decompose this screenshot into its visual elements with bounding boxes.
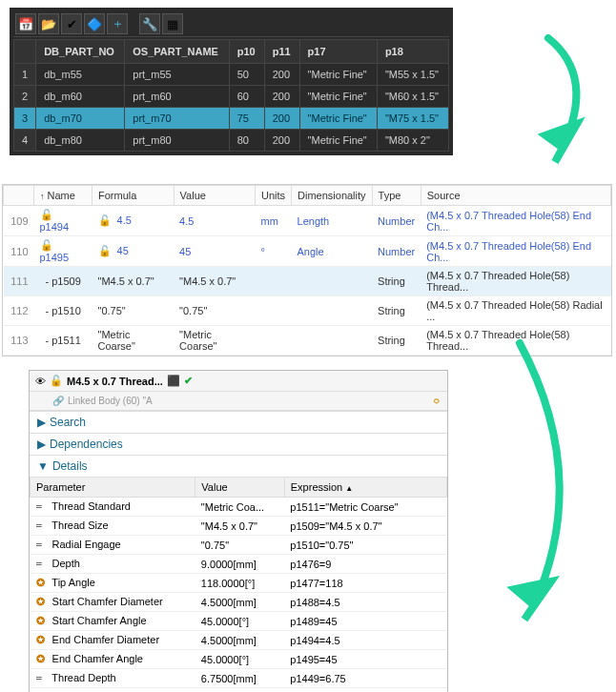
detail-value: 45.0000[°]: [195, 612, 284, 631]
cell[interactable]: "M80 x 2": [377, 130, 448, 152]
col-Units[interactable]: Units: [255, 186, 291, 206]
col-DB_PART_NO[interactable]: DB_PART_NO: [36, 40, 125, 64]
cell[interactable]: 200: [264, 64, 299, 86]
param-formula[interactable]: "Metric Coarse": [92, 326, 175, 356]
param-name[interactable]: 🔓p1494: [34, 206, 92, 236]
detail-row[interactable]: ✪ End Chamfer Angle 45.0000[°] p1495=45: [31, 650, 447, 669]
cell[interactable]: "Metric Fine": [299, 86, 377, 108]
table-row[interactable]: 2db_m60prt_m6060200"Metric Fine""M60 x 1…: [14, 86, 449, 108]
detail-row[interactable]: = Depth 9.0000[mm] p1476=9: [31, 555, 447, 574]
cell[interactable]: 80: [229, 130, 264, 152]
cell[interactable]: prt_m80: [125, 130, 229, 152]
col-Name[interactable]: ↑ Name: [34, 186, 92, 206]
db-part-table[interactable]: DB_PART_NOOS_PART_NAMEp10p11p17p18 1db_m…: [13, 39, 449, 152]
cell[interactable]: "M75 x 1.5": [377, 108, 448, 130]
search-section-header[interactable]: ▶Search: [30, 411, 447, 433]
col-Dimensionality[interactable]: Dimensionality: [292, 186, 373, 206]
param-type: Number: [372, 206, 421, 236]
col-p10[interactable]: p10: [229, 40, 264, 64]
shapes-icon[interactable]: 🔷: [84, 13, 105, 34]
cell[interactable]: db_m55: [36, 64, 125, 86]
detail-row[interactable]: = Thread Depth 6.7500[mm] p1449=6.75: [31, 669, 447, 688]
fx-icon: ✪: [36, 634, 50, 646]
detail-row[interactable]: ✪ End Chamfer Diameter 4.5000[mm] p1494=…: [31, 631, 447, 650]
param-formula[interactable]: 🔓45: [92, 236, 175, 267]
cell[interactable]: "M55 x 1.5": [377, 64, 448, 86]
linked-body-row[interactable]: 🔗 Linked Body (60) "A ⭘: [30, 392, 447, 411]
param-name[interactable]: 🔓p1495: [34, 236, 92, 267]
param-formula[interactable]: "M4.5 x 0.7": [92, 267, 175, 296]
add-icon[interactable]: ＋: [107, 13, 128, 34]
col-p18[interactable]: p18: [377, 40, 448, 64]
param-name[interactable]: - p1509: [34, 267, 92, 296]
cell[interactable]: db_m60: [36, 86, 125, 108]
cell[interactable]: "Metric Fine": [299, 130, 377, 152]
details-table[interactable]: Parameter Value Expression ▲ = Thread St…: [30, 477, 447, 692]
fx-icon: ✪: [36, 577, 50, 589]
wrench-icon[interactable]: 🔧: [139, 13, 160, 34]
detail-row[interactable]: ✪ Pitch 0.7000[mm] p1520=0.7 // Used By …: [31, 688, 447, 693]
param-name[interactable]: - p1510: [34, 296, 92, 326]
param-units: [255, 296, 291, 326]
params-table[interactable]: ↑ NameFormulaValueUnitsDimensionalityTyp…: [3, 185, 611, 356]
col-p17[interactable]: p17: [299, 40, 377, 64]
cell[interactable]: "Metric Fine": [299, 64, 377, 86]
cell[interactable]: "Metric Fine": [299, 108, 377, 130]
equals-icon: =: [36, 672, 50, 684]
cell[interactable]: 50: [229, 64, 264, 86]
param-formula[interactable]: 🔓4.5: [92, 206, 175, 236]
table-row[interactable]: 1db_m55prt_m5550200"Metric Fine""M55 x 1…: [14, 64, 449, 86]
details-section-header[interactable]: ▼Details: [30, 455, 447, 477]
fx-icon: ✪: [36, 653, 50, 665]
cell[interactable]: prt_m60: [125, 86, 229, 108]
detail-row[interactable]: = Radial Engage "0.75" p1510="0.75": [31, 536, 447, 555]
cell[interactable]: 60: [229, 86, 264, 108]
col-p11[interactable]: p11: [264, 40, 299, 64]
col-Type[interactable]: Type: [372, 186, 421, 206]
grid-icon[interactable]: ▦: [162, 13, 183, 34]
detail-row[interactable]: = Thread Size "M4.5 x 0.7" p1509="M4.5 x…: [31, 517, 447, 536]
col-Source[interactable]: Source: [421, 186, 610, 206]
param-type: String: [372, 326, 421, 356]
param-value: "M4.5 x 0.7": [174, 267, 255, 296]
table-row[interactable]: 4db_m80prt_m8080200"Metric Fine""M80 x 2…: [14, 130, 449, 152]
param-row[interactable]: 110 🔓p1495 🔓45 45 ° Angle Number (M4.5 x…: [4, 236, 611, 267]
param-row[interactable]: 109 🔓p1494 🔓4.5 4.5 mm Length Number (M4…: [4, 206, 611, 236]
detail-value: "Metric Coa...: [195, 498, 284, 517]
flow-arrow-top: [524, 29, 610, 172]
check-icon[interactable]: ✔: [61, 13, 82, 34]
param-formula[interactable]: "0.75": [92, 296, 175, 326]
detail-expr: p1489=45: [284, 612, 446, 631]
detail-row[interactable]: ✪ Start Chamfer Diameter 4.5000[mm] p148…: [31, 593, 447, 612]
dependencies-section-header[interactable]: ▶Dependencies: [30, 433, 447, 455]
cell[interactable]: db_m70: [36, 108, 125, 130]
detail-row[interactable]: ✪ Start Chamfer Angle 45.0000[°] p1489=4…: [31, 612, 447, 631]
cell[interactable]: "M60 x 1.5": [377, 86, 448, 108]
eye-icon[interactable]: 👁: [35, 376, 46, 387]
col-Value[interactable]: Value: [174, 186, 255, 206]
detail-row[interactable]: = Thread Standard "Metric Coa... p1511="…: [31, 498, 447, 517]
cell[interactable]: prt_m70: [125, 108, 229, 130]
param-source: (M4.5 x 0.7 Threaded Hole(58) Radial ...: [421, 296, 610, 326]
param-name[interactable]: - p1511: [34, 326, 92, 356]
col-OS_PART_NAME[interactable]: OS_PART_NAME: [125, 40, 229, 64]
cell[interactable]: 75: [229, 108, 264, 130]
equals-icon: =: [36, 519, 50, 532]
detail-row[interactable]: ✪ Tip Angle 118.0000[°] p1477=118: [31, 574, 447, 593]
open-icon[interactable]: 📂: [38, 13, 59, 34]
cell[interactable]: 200: [264, 86, 299, 108]
cell[interactable]: db_m80: [36, 130, 125, 152]
cell[interactable]: 200: [264, 108, 299, 130]
col-expression[interactable]: Expression ▲: [284, 478, 446, 498]
cell[interactable]: 200: [264, 130, 299, 152]
param-row[interactable]: 111 - p1509 "M4.5 x 0.7" "M4.5 x 0.7" St…: [4, 267, 611, 296]
col-value[interactable]: Value: [195, 478, 284, 498]
cell[interactable]: prt_m55: [125, 64, 229, 86]
feature-tree-row[interactable]: 👁 🔓 M4.5 x 0.7 Thread... ⬛ ✔: [30, 371, 447, 392]
calendar-icon[interactable]: 📅: [15, 13, 36, 34]
param-row[interactable]: 112 - p1510 "0.75" "0.75" String (M4.5 x…: [4, 296, 611, 326]
feature-label: M4.5 x 0.7 Thread...: [67, 376, 163, 387]
col-parameter[interactable]: Parameter: [31, 478, 195, 498]
table-row[interactable]: 3db_m70prt_m7075200"Metric Fine""M75 x 1…: [14, 108, 449, 130]
col-Formula[interactable]: Formula: [92, 186, 175, 206]
